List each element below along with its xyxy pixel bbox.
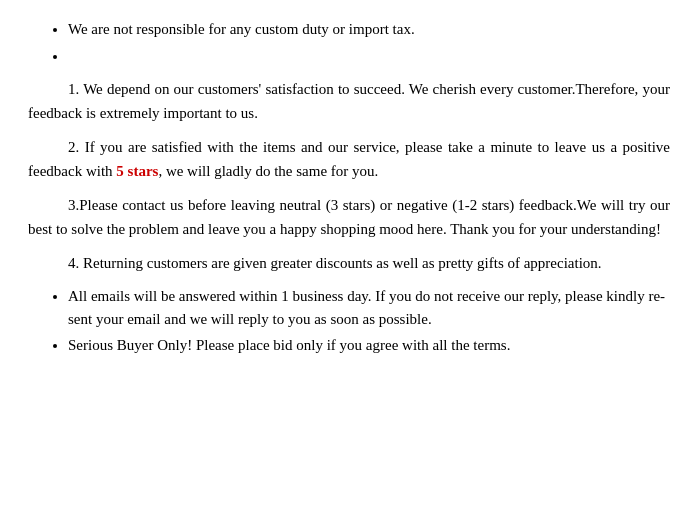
bullet-item-email: All emails will be answered within 1 bus… [68,285,670,330]
bullet-item-2-empty [68,45,670,68]
bullet-list-1: We are not responsible for any custom du… [28,18,670,67]
paragraph-2: 2. If you are satisfied with the items a… [28,135,670,183]
bullet-item-1: We are not responsible for any custom du… [68,18,670,41]
bullet-item-serious-buyer: Serious Buyer Only! Please place bid onl… [68,334,670,357]
page-container: We are not responsible for any custom du… [0,0,698,532]
bullet-list-2: All emails will be answered within 1 bus… [28,285,670,357]
paragraph-3: 3.Please contact us before leaving neutr… [28,193,670,241]
paragraph-4: 4. Returning customers are given greater… [28,251,670,275]
paragraph-2-highlight: 5 stars [116,163,158,179]
paragraph-2-after: , we will gladly do the same for you. [158,163,378,179]
paragraph-1: 1. We depend on our customers' satisfact… [28,77,670,125]
